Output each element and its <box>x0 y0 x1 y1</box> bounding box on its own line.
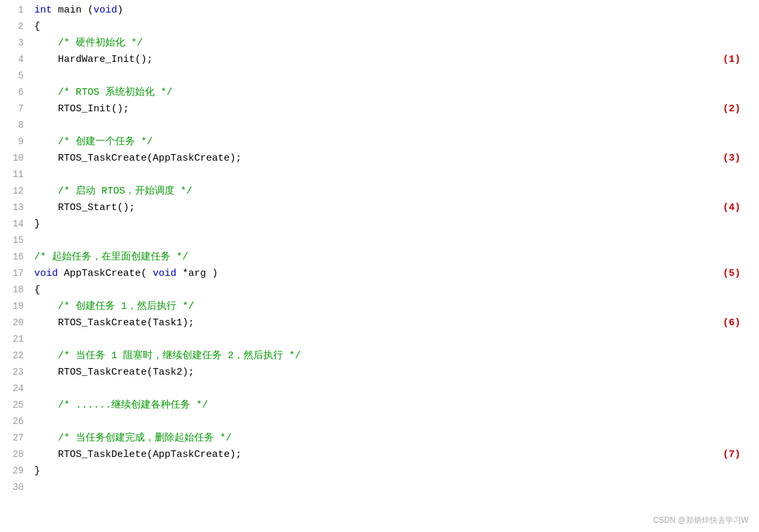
line-content: /* 创建任务 1，然后执行 */ <box>34 299 721 315</box>
code-line: 1int main (void) <box>0 3 759 19</box>
line-content: /* 当任务创建完成，删除起始任务 */ <box>34 431 721 446</box>
line-number: 20 <box>5 315 24 330</box>
line-content: /* RTOS 系统初始化 */ <box>34 85 721 101</box>
line-number: 16 <box>5 250 24 264</box>
code-line: 30 <box>0 480 759 496</box>
code-line: 2{ <box>0 19 759 36</box>
line-number: 26 <box>5 414 24 429</box>
code-line: 16/* 起始任务，在里面创建任务 */ <box>0 250 759 266</box>
line-number: 11 <box>5 167 24 182</box>
code-line: 25 /* ......继续创建各种任务 */ <box>0 398 759 414</box>
code-line: 6 /* RTOS 系统初始化 */ <box>0 85 759 101</box>
line-number: 4 <box>5 52 24 66</box>
code-line: 21 <box>0 332 759 348</box>
line-content: /* 当任务 1 阻塞时，继续创建任务 2，然后执行 */ <box>34 348 721 364</box>
code-line: 5 <box>0 68 759 85</box>
line-content: RTOS_Start(); <box>34 200 721 216</box>
line-annotation: (5) <box>721 266 754 282</box>
code-line: 11 <box>0 167 759 184</box>
code-line: 10 RTOS_TaskCreate(AppTaskCreate);(3) <box>0 151 759 167</box>
line-number: 1 <box>5 3 24 17</box>
code-line: 28 RTOS_TaskDelete(AppTaskCreate);(7) <box>0 447 759 464</box>
line-number: 5 <box>5 68 24 83</box>
line-number: 30 <box>5 480 24 494</box>
line-number: 13 <box>5 200 24 215</box>
line-number: 12 <box>5 184 24 198</box>
code-line: 23 RTOS_TaskCreate(Task2); <box>0 365 759 381</box>
code-line: 18{ <box>0 282 759 299</box>
line-content: /* 创建一个任务 */ <box>34 134 721 150</box>
line-number: 21 <box>5 332 24 346</box>
code-line: 17void AppTaskCreate( void *arg )(5) <box>0 266 759 282</box>
line-number: 15 <box>5 233 24 248</box>
line-annotation: (6) <box>721 315 754 331</box>
line-content: /* ......继续创建各种任务 */ <box>34 398 721 413</box>
code-line: 15 <box>0 233 759 250</box>
line-annotation: (1) <box>721 52 754 68</box>
line-content: } <box>34 217 721 232</box>
line-content: RTOS_TaskCreate(Task2); <box>34 365 721 381</box>
line-content: RTOS_Init(); <box>34 101 721 117</box>
line-number: 7 <box>5 101 24 116</box>
line-number: 19 <box>5 299 24 313</box>
line-number: 10 <box>5 151 24 165</box>
line-content: { <box>34 19 721 35</box>
line-annotation: (2) <box>721 101 754 117</box>
line-number: 6 <box>5 85 24 99</box>
line-content: /* 启动 RTOS，开始调度 */ <box>34 184 721 200</box>
line-content: { <box>34 282 721 298</box>
line-content: int main (void) <box>34 3 721 18</box>
line-number: 17 <box>5 266 24 280</box>
line-number: 23 <box>5 365 24 379</box>
line-content: RTOS_TaskCreate(Task1); <box>34 315 721 331</box>
code-line: 7 RTOS_Init();(2) <box>0 101 759 118</box>
code-line: 29} <box>0 464 759 480</box>
code-line: 9 /* 创建一个任务 */ <box>0 134 759 151</box>
line-annotation: (4) <box>721 200 754 216</box>
code-line: 26 <box>0 414 759 431</box>
line-number: 22 <box>5 348 24 363</box>
line-number: 25 <box>5 398 24 412</box>
code-line: 24 <box>0 381 759 398</box>
line-content: RTOS_TaskCreate(AppTaskCreate); <box>34 151 721 167</box>
line-number: 2 <box>5 19 24 34</box>
code-line: 8 <box>0 118 759 134</box>
line-number: 28 <box>5 447 24 462</box>
line-annotation: (3) <box>721 151 754 167</box>
code-line: 22 /* 当任务 1 阻塞时，继续创建任务 2，然后执行 */ <box>0 348 759 365</box>
line-annotation: (7) <box>721 447 754 463</box>
code-line: 27 /* 当任务创建完成，删除起始任务 */ <box>0 431 759 447</box>
code-line: 12 /* 启动 RTOS，开始调度 */ <box>0 184 759 200</box>
code-container: 1int main (void)2{3 /* 硬件初始化 */4 HardWar… <box>0 0 759 532</box>
line-number: 3 <box>5 36 24 50</box>
line-number: 8 <box>5 118 24 132</box>
line-content: /* 起始任务，在里面创建任务 */ <box>34 250 721 265</box>
line-number: 27 <box>5 431 24 445</box>
code-block: 1int main (void)2{3 /* 硬件初始化 */4 HardWar… <box>0 3 759 496</box>
line-content: void AppTaskCreate( void *arg ) <box>34 266 721 282</box>
code-line: 13 RTOS_Start();(4) <box>0 200 759 217</box>
code-line: 3 /* 硬件初始化 */ <box>0 36 759 52</box>
line-number: 18 <box>5 282 24 297</box>
code-line: 4 HardWare_Init();(1) <box>0 52 759 68</box>
line-number: 14 <box>5 217 24 231</box>
code-line: 20 RTOS_TaskCreate(Task1);(6) <box>0 315 759 332</box>
line-number: 29 <box>5 464 24 478</box>
code-line: 19 /* 创建任务 1，然后执行 */ <box>0 299 759 315</box>
line-number: 9 <box>5 134 24 149</box>
line-number: 24 <box>5 381 24 396</box>
line-content: /* 硬件初始化 */ <box>34 36 721 51</box>
code-line: 14} <box>0 217 759 233</box>
line-content: } <box>34 464 721 479</box>
line-content: RTOS_TaskDelete(AppTaskCreate); <box>34 447 721 463</box>
watermark: CSDN @郑炳烊快去学习W <box>653 514 748 527</box>
line-content: HardWare_Init(); <box>34 52 721 68</box>
